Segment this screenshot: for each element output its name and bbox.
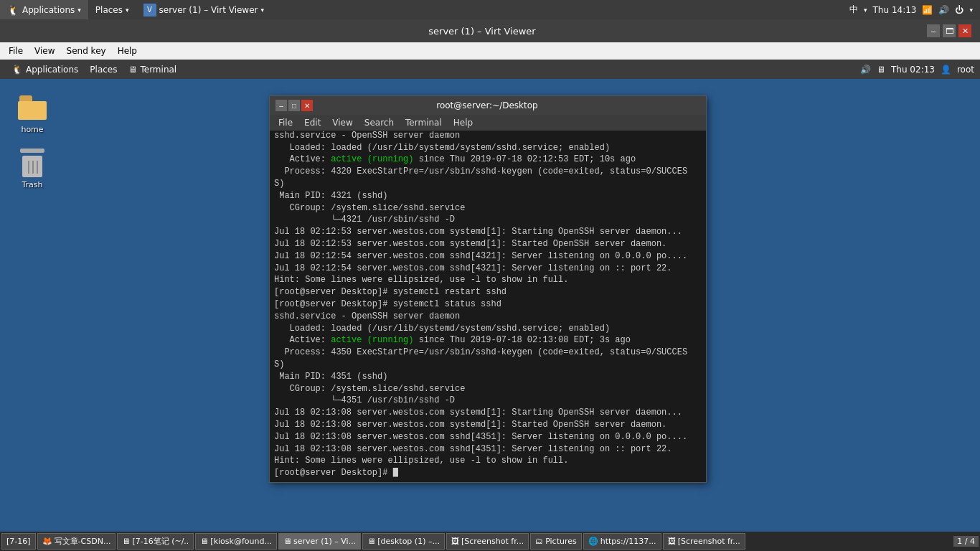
home-desktop-icon[interactable]: home xyxy=(7,93,57,134)
term-minimize-button[interactable]: – xyxy=(275,100,287,111)
terminal-line: Main PID: 4351 (sshd) xyxy=(274,371,702,383)
outer-task-label-9: [Screenshot fr... xyxy=(678,537,740,546)
terminal-line: Process: 4320 ExecStartPre=/usr/sbin/ssh… xyxy=(274,166,702,178)
trash-bin-icon xyxy=(20,149,44,177)
inner-user-icon[interactable]: 👤 xyxy=(941,65,951,75)
virt-close-button[interactable]: ✕ xyxy=(958,24,971,37)
terminal-line: Hint: Some lines were ellipsized, use -l… xyxy=(274,455,702,467)
term-content[interactable]: [root@server Desktop]# systemctl status … xyxy=(270,131,706,482)
terminal-line: Jul 18 02:12:54 server.westos.com sshd[4… xyxy=(274,263,702,275)
term-file-menu[interactable]: File xyxy=(273,115,298,131)
inner-topbar-right: 🔊 🖥 Thu 02:13 👤 root xyxy=(860,65,974,75)
outer-task-screenshot1[interactable]: 🖼 [Screenshot fr... xyxy=(446,533,529,550)
terminal-line: Jul 18 02:13:08 server.westos.com system… xyxy=(274,419,702,431)
term-terminal-menu[interactable]: Terminal xyxy=(400,115,448,131)
wifi-icon[interactable]: 📶 xyxy=(922,5,933,15)
outer-task-label-5: [desktop (1) –... xyxy=(377,537,440,546)
places-label: Places xyxy=(95,5,123,15)
virt-sendkey-menu[interactable]: Send key xyxy=(61,42,112,60)
outer-clock: Thu 14:13 xyxy=(873,5,917,15)
firefox-icon: 🦊 xyxy=(42,537,52,546)
terminal-line: [root@server Desktop]# systemctl restart… xyxy=(274,286,702,298)
terminal-line: Process: 4350 ExecStartPre=/usr/sbin/ssh… xyxy=(274,347,702,359)
virt-titlebar: server (1) – Virt Viewer – 🗖 ✕ xyxy=(0,19,980,42)
outer-task-label-6: [Screenshot fr... xyxy=(461,537,524,546)
outer-task-label-2: [7-16笔记 (~/.. xyxy=(132,536,189,547)
term-cursor: █ xyxy=(393,468,398,478)
kiosk-icon: 🖥 xyxy=(200,537,208,546)
terminal-line: └─4321 /usr/sbin/sshd -D xyxy=(274,214,702,226)
outer-task-716[interactable]: [7-16] xyxy=(1,533,36,550)
term-prompt-text: [root@server Desktop]# xyxy=(274,468,393,478)
outer-taskbar: [7-16] 🦊 写文章-CSDN... 🖥 [7-16笔记 (~/.. 🖥 [… xyxy=(0,532,980,551)
inner-apps-label: Applications xyxy=(26,65,78,75)
power-icon[interactable]: ⏻ xyxy=(955,5,963,15)
trash-desktop-icon[interactable]: Trash xyxy=(7,149,57,189)
trash-line-2 xyxy=(32,161,34,174)
outer-applications-menu[interactable]: 🐧 Applications ▾ xyxy=(0,0,88,19)
power-chevron-icon: ▾ xyxy=(969,6,973,14)
outer-topbar-left: 🐧 Applications ▾ Places ▾ V server (1) –… xyxy=(0,0,271,19)
outer-task-screenshot2[interactable]: 🖼 [Screenshot fr... xyxy=(663,533,745,550)
term-edit-menu[interactable]: Edit xyxy=(298,115,326,131)
term-active-status: active (running) xyxy=(331,154,413,164)
term-maximize-button[interactable]: □ xyxy=(288,100,300,111)
desktop-icon: 🖥 xyxy=(367,537,375,546)
outer-task-kiosk[interactable]: 🖥 [kiosk@found... xyxy=(195,533,277,550)
terminal-line: Loaded: loaded (/usr/lib/systemd/system/… xyxy=(274,323,702,335)
outer-task-desktop[interactable]: 🖥 [desktop (1) –... xyxy=(362,533,445,550)
virt-minimize-button[interactable]: – xyxy=(927,24,940,37)
inner-clock: Thu 02:13 xyxy=(891,65,935,75)
outer-task-label-8: https://1137... xyxy=(600,537,656,546)
terminal-line: Jul 18 02:12:53 server.westos.com system… xyxy=(274,226,702,238)
terminal-line: Main PID: 4321 (sshd) xyxy=(274,190,702,202)
inner-applications-menu[interactable]: 🐧 Applications xyxy=(6,60,84,79)
term-close-button[interactable]: ✕ xyxy=(301,100,313,111)
inner-terminal-label: Terminal xyxy=(140,65,176,75)
volume-icon[interactable]: 🔊 xyxy=(938,5,949,15)
inner-sound-icon[interactable]: 🔊 xyxy=(860,65,871,75)
outer-task-server[interactable]: 🖥 server (1) – Vi... xyxy=(278,533,361,550)
inner-topbar: 🐧 Applications Places 🖥 Terminal 🔊 🖥 Thu… xyxy=(0,60,980,79)
inner-places-menu[interactable]: Places xyxy=(84,60,123,79)
outer-topbar-right: 中 ▾ Thu 14:13 📶 🔊 ⏻ ▾ xyxy=(849,4,980,16)
outer-places-menu[interactable]: Places ▾ xyxy=(88,0,136,19)
outer-taskbar-right: 1 / 4 xyxy=(953,536,979,547)
outer-viewer-menu[interactable]: V server (1) – Virt Viewer ▾ xyxy=(136,0,271,19)
places-chevron-icon: ▾ xyxy=(126,6,129,14)
outer-task-url[interactable]: 🌐 https://1137... xyxy=(583,533,661,550)
inner-terminal-menu[interactable]: 🖥 Terminal xyxy=(123,60,182,79)
outer-task-label-0: [7-16] xyxy=(6,537,31,546)
home-icon-img xyxy=(18,93,47,122)
terminal-line: S) xyxy=(274,359,702,371)
term-help-menu[interactable]: Help xyxy=(448,115,479,131)
terminal-line: S) xyxy=(274,178,702,190)
inner-places-label: Places xyxy=(90,65,117,75)
outer-task-pictures[interactable]: 🗂 Pictures xyxy=(530,533,582,550)
outer-task-csdn[interactable]: 🦊 写文章-CSDN... xyxy=(37,533,116,550)
applications-label: Applications xyxy=(22,5,75,15)
terminal-line: Jul 18 02:13:08 server.westos.com sshd[4… xyxy=(274,431,702,443)
terminal-window[interactable]: – □ ✕ root@server:~/Desktop File Edit Vi… xyxy=(269,95,707,483)
term-suffix: since Thu 2019-07-18 02:12:53 EDT; 10s a… xyxy=(413,154,636,164)
notes-icon: 🖥 xyxy=(122,537,130,546)
viewer-icon: V xyxy=(143,4,156,17)
outer-task-notes[interactable]: 🖥 [7-16笔记 (~/.. xyxy=(117,533,194,550)
virt-maximize-button[interactable]: 🗖 xyxy=(943,24,956,37)
ime-icon[interactable]: 中 xyxy=(849,4,858,16)
virt-view-menu[interactable]: View xyxy=(29,42,60,60)
virt-file-menu[interactable]: File xyxy=(3,42,29,60)
term-prefix: Active: xyxy=(274,335,331,345)
terminal-line: Loaded: loaded (/usr/lib/systemd/system/… xyxy=(274,142,702,154)
home-folder-icon xyxy=(18,95,47,120)
virt-viewer-window: server (1) – Virt Viewer – 🗖 ✕ File View… xyxy=(0,19,980,551)
outer-task-label-4: server (1) – Vi... xyxy=(293,537,356,546)
inner-desktop: 🐧 Applications Places 🖥 Terminal 🔊 🖥 Thu… xyxy=(0,60,980,551)
term-view-menu[interactable]: View xyxy=(326,115,358,131)
inner-screen-icon[interactable]: 🖥 xyxy=(877,65,885,75)
trash-body xyxy=(22,156,42,177)
terminal-line: CGroup: /system.slice/sshd.service xyxy=(274,202,702,215)
inner-topbar-left: 🐧 Applications Places 🖥 Terminal xyxy=(6,60,182,79)
virt-help-menu[interactable]: Help xyxy=(112,42,143,60)
term-search-menu[interactable]: Search xyxy=(359,115,400,131)
